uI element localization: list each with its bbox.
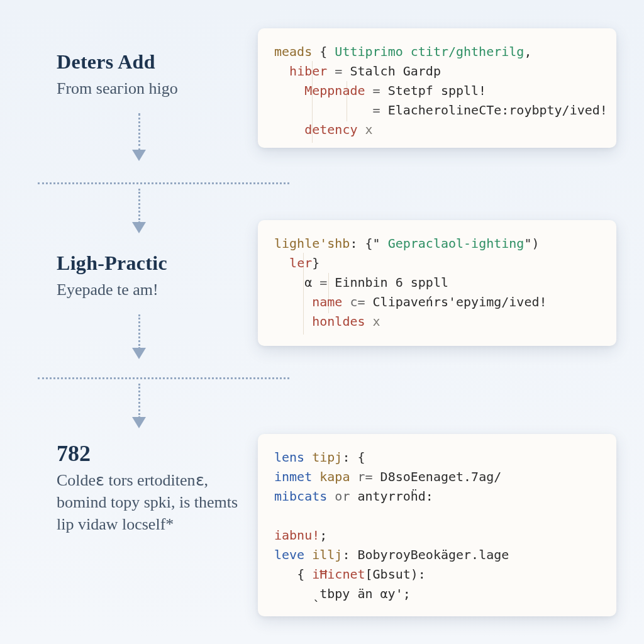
divider-2 [38,377,289,379]
section-3-number: 782 [57,440,258,467]
section-1-body: From seaгion higo [57,77,258,99]
arrow-down-3 [132,314,146,359]
code3-line1: lens tipj: { [274,448,600,467]
code-card-3: lens tipj: { inmet kapa r= D8soEenaget.7… [258,434,616,616]
code1-line4: = ElacherolineCTe:roybpty/ived! [274,101,600,120]
code-card-1: meads { Uttiprimo ctitr/ghtherilg, hiber… [258,28,616,148]
code2-line2: ler} [274,253,600,273]
code1-line1: meads { Uttiprimo ctitr/ghtherilg, [274,42,600,62]
code2-line5: honldes x [274,312,600,331]
section-2-body: Eyepade te am! [57,279,258,301]
section-1: Deters Add From seaгion higo [57,50,258,99]
arrow-down-1 [132,113,146,161]
arrow-down-2 [132,189,146,233]
section-2: Ligh-Practic Eyepade te am! [57,252,258,301]
section-1-title: Deters Add [57,50,258,74]
code2-line1: lighle'shb: {" Gepraclaol-ighting") [274,234,600,253]
code3-line6: { iĦicnet[Gbsut): [274,565,600,584]
section-3: 782 Coldeɛ tors ertoditenɛ, bomind topy … [57,440,258,535]
code1-line5: detency x [274,120,600,140]
code1-line3: Meppnade = Stetpf sppll! [274,81,600,101]
code2-line3: α = Einnbin 6 sppll [274,273,600,292]
code-card-2: lighle'shb: {" Gepraclaol-ighting") ler}… [258,220,616,346]
code3-line2: inmet kapa r= D8soEenaget.7ag/ [274,467,600,487]
code1-line2: hiber = Stalch Gardp [274,62,600,81]
section-2-title: Ligh-Practic [57,252,258,275]
arrow-down-4 [132,384,146,428]
code3-line4: iabnu!; [274,526,600,545]
code3-line7: ˎtbpy än αy'; [274,584,600,604]
section-3-body: Coldeɛ tors ertoditenɛ, bomind topy spki… [57,469,239,535]
divider-1 [38,182,289,184]
code2-line4: name c= Clipaveńrs'epyimg/ived! [274,292,600,312]
code3-line3: mibcats or antyrroḧd: [274,487,600,506]
code3-line5: leve illj: BobyroyBeokäger.lage [274,545,600,565]
